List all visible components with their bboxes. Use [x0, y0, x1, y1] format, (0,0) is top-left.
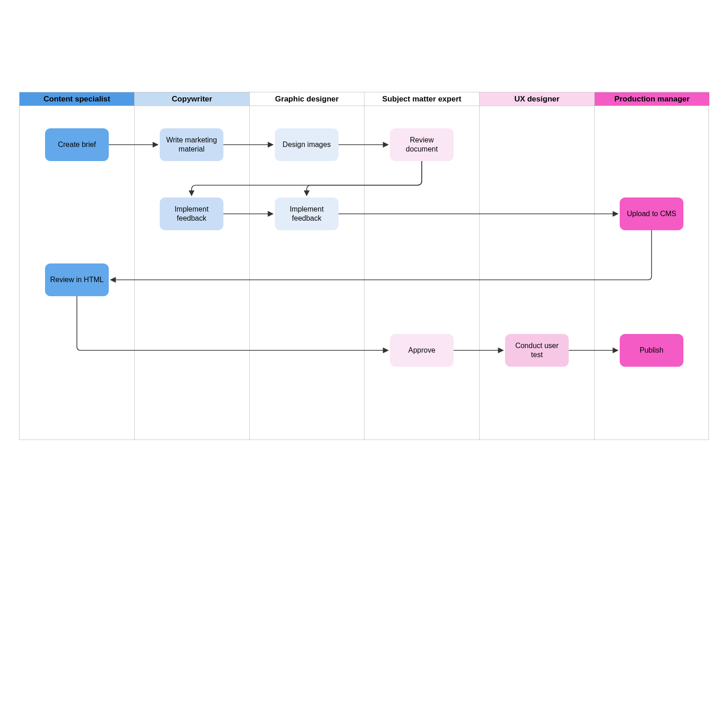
node-label: Review in HTML: [50, 275, 103, 284]
node-label: Create brief: [58, 140, 96, 149]
lane-header-ux-designer: UX designer: [480, 92, 594, 106]
node-design-images[interactable]: Design images: [275, 128, 339, 161]
node-upload-cms[interactable]: Upload to CMS: [620, 197, 683, 230]
node-label: Write marketing material: [164, 136, 219, 154]
lane-header-production-manager: Production manager: [595, 92, 709, 106]
lane-ux-designer: UX designer: [480, 92, 595, 440]
node-label: Conduct user test: [510, 341, 564, 359]
node-conduct-user-test[interactable]: Conduct user test: [505, 334, 569, 367]
swimlane-diagram: Content specialist Copywriter Graphic de…: [0, 0, 728, 728]
node-label: Implement feedback: [164, 205, 219, 223]
node-label: Implement feedback: [279, 205, 334, 223]
lane-header-copywriter: Copywriter: [135, 92, 249, 106]
lane-header-graphic-designer: Graphic designer: [250, 92, 364, 106]
node-implement-feedback-copywriter[interactable]: Implement feedback: [160, 197, 223, 230]
node-label: Design images: [283, 140, 331, 149]
node-label: Approve: [408, 346, 435, 355]
lane-production-manager: Production manager: [595, 92, 709, 440]
node-label: Upload to CMS: [627, 209, 677, 218]
node-implement-feedback-designer[interactable]: Implement feedback: [275, 197, 339, 230]
node-review-in-html[interactable]: Review in HTML: [45, 263, 109, 296]
node-publish[interactable]: Publish: [620, 334, 683, 367]
node-review-document[interactable]: Review document: [390, 128, 454, 161]
swimlane-container: Content specialist Copywriter Graphic de…: [19, 92, 709, 440]
lane-header-subject-matter-expert: Subject matter expert: [364, 92, 479, 106]
node-write-marketing[interactable]: Write marketing material: [160, 128, 223, 161]
node-create-brief[interactable]: Create brief: [45, 128, 109, 161]
lane-header-content-specialist: Content specialist: [20, 92, 134, 106]
node-label: Publish: [640, 346, 663, 355]
node-approve[interactable]: Approve: [390, 334, 454, 367]
node-label: Review document: [394, 136, 449, 154]
